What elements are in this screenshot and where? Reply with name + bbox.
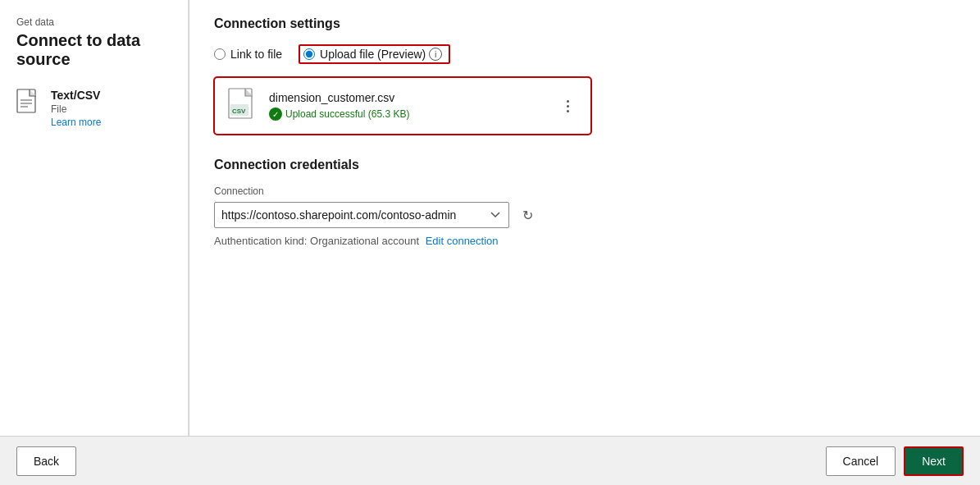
sidebar: Get data Connect to data source Text/CSV…: [0, 0, 189, 436]
upload-option-box: Upload file (Preview) i: [299, 44, 450, 64]
more-dot-3: [567, 110, 569, 112]
source-info: Text/CSV File Learn more: [51, 89, 101, 128]
svg-text:CSV: CSV: [232, 108, 246, 115]
file-upload-container: CSV dimension_customer.csv ✓ Upload succ…: [214, 77, 591, 135]
info-icon[interactable]: i: [429, 48, 442, 61]
upload-status: ✓ Upload successful (65.3 KB): [269, 108, 548, 121]
file-name: dimension_customer.csv: [269, 91, 548, 104]
link-to-file-radio[interactable]: [214, 48, 226, 60]
text-csv-icon: [16, 89, 43, 120]
auth-row: Authentication kind: Organizational acco…: [214, 235, 955, 247]
link-to-file-option[interactable]: Link to file: [214, 48, 282, 61]
upload-file-option[interactable]: Upload file (Preview): [303, 48, 426, 61]
back-button[interactable]: Back: [16, 446, 76, 476]
connection-select[interactable]: https://contoso.sharepoint.com/contoso-a…: [214, 202, 509, 228]
footer-right: Cancel Next: [826, 446, 964, 476]
learn-more-link[interactable]: Learn more: [51, 117, 101, 128]
source-type: File: [51, 103, 101, 115]
main-panel: Connection settings Link to file Upload …: [189, 0, 980, 436]
connection-settings-title: Connection settings: [214, 16, 955, 31]
credentials-section: Connection credentials Connection https:…: [214, 158, 955, 247]
breadcrumb: Get data: [16, 16, 171, 28]
credentials-title: Connection credentials: [214, 158, 955, 172]
source-name: Text/CSV: [51, 89, 101, 102]
upload-file-radio[interactable]: [303, 48, 315, 60]
connection-field-label: Connection: [214, 185, 955, 197]
file-info: dimension_customer.csv ✓ Upload successf…: [269, 91, 548, 121]
link-to-file-label: Link to file: [230, 48, 282, 61]
more-dot-2: [567, 105, 569, 108]
page-title: Connect to data source: [16, 31, 171, 69]
auth-label: Authentication kind: Organizational acco…: [214, 235, 419, 247]
edit-connection-link[interactable]: Edit connection: [426, 235, 499, 247]
footer: Back Cancel Next: [0, 436, 980, 485]
check-icon: ✓: [269, 108, 282, 121]
cancel-button[interactable]: Cancel: [826, 446, 896, 476]
file-row: CSV dimension_customer.csv ✓ Upload succ…: [228, 88, 577, 124]
more-dot-1: [567, 100, 569, 103]
source-item: Text/CSV File Learn more: [16, 89, 171, 128]
upload-status-text: Upload successful (65.3 KB): [285, 108, 409, 120]
next-button[interactable]: Next: [904, 446, 964, 476]
footer-left: Back: [16, 446, 76, 476]
csv-file-icon: CSV: [228, 88, 259, 124]
radio-group: Link to file Upload file (Preview) i: [214, 44, 955, 64]
upload-file-label: Upload file (Preview): [320, 48, 426, 61]
connection-row: https://contoso.sharepoint.com/contoso-a…: [214, 202, 955, 228]
refresh-button[interactable]: ↻: [516, 204, 539, 226]
more-options-button[interactable]: [558, 96, 577, 116]
